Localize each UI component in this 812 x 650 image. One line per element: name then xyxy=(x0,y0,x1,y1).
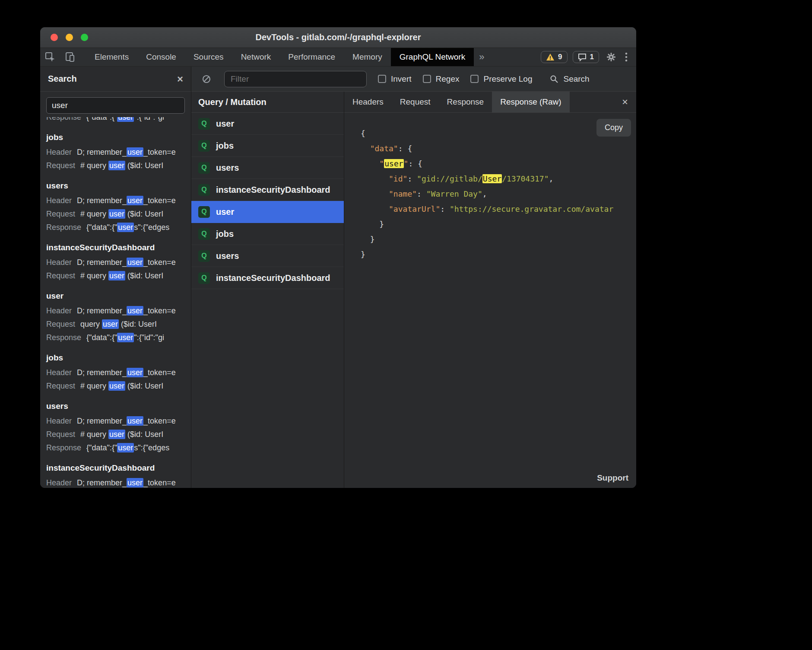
query-row[interactable]: QinstanceSecurityDashboard xyxy=(191,267,344,289)
tab-response[interactable]: Response xyxy=(439,92,492,112)
result-line-label: Header xyxy=(46,258,72,267)
clear-icon[interactable] xyxy=(200,74,213,84)
result-line-text: _token=e xyxy=(143,258,176,267)
tab-memory[interactable]: Memory xyxy=(344,48,391,66)
query-row[interactable]: Quser xyxy=(191,113,344,135)
query-row[interactable]: Qjobs xyxy=(191,223,344,245)
tab-request[interactable]: Request xyxy=(392,92,439,112)
search-result-line[interactable]: HeaderD; remember_user_token=e xyxy=(46,366,185,379)
query-row[interactable]: Quser xyxy=(191,201,344,223)
search-match-highlight: user xyxy=(102,319,119,329)
search-result-group: jobsHeaderD; remember_user_token=eReques… xyxy=(46,351,185,393)
preserve-log-checkbox[interactable]: Preserve Log xyxy=(470,74,532,84)
result-line-text: ($id: UserI xyxy=(125,271,163,280)
toolbar-search-button[interactable]: Search xyxy=(549,74,589,84)
query-row-label: instanceSecurityDashboard xyxy=(216,273,330,283)
search-match-highlight: user xyxy=(108,161,125,170)
search-result-line[interactable]: HeaderD; remember_user_token=e xyxy=(46,476,185,488)
search-result-title[interactable]: jobs xyxy=(46,351,185,364)
search-match-highlight: user xyxy=(127,478,143,488)
settings-gear-icon[interactable] xyxy=(604,52,618,62)
minimize-window-button[interactable] xyxy=(66,34,73,41)
devtools-body: Search × Response{"data":{"user":{"id":"… xyxy=(40,67,636,488)
tab-headers[interactable]: Headers xyxy=(344,92,392,112)
query-badge-icon: Q xyxy=(198,250,210,262)
search-result-line[interactable]: Request# query user ($id: UserI xyxy=(46,269,185,283)
search-result-line[interactable]: HeaderD; remember_user_token=e xyxy=(46,256,185,269)
warning-icon xyxy=(546,53,555,61)
query-row[interactable]: Qusers xyxy=(191,245,344,267)
search-result-line[interactable]: Requestquery user ($id: UserI xyxy=(46,318,185,331)
search-input[interactable] xyxy=(46,97,185,114)
close-detail-icon[interactable]: × xyxy=(614,92,636,112)
messages-badge[interactable]: 1 xyxy=(573,51,599,63)
checkbox-unchecked-icon xyxy=(423,75,431,83)
search-result-line[interactable]: HeaderD; remember_user_token=e xyxy=(46,414,185,428)
result-line-text: s":{"edges xyxy=(134,443,169,452)
issues-badge[interactable]: 9 xyxy=(541,51,567,63)
tab-performance[interactable]: Performance xyxy=(279,48,344,66)
search-result-title[interactable]: jobs xyxy=(46,131,185,144)
search-result-title[interactable]: user xyxy=(46,290,185,303)
checkbox-unchecked-icon xyxy=(378,75,386,83)
tab-network[interactable]: Network xyxy=(232,48,280,66)
regex-checkbox[interactable]: Regex xyxy=(423,74,460,84)
search-panel-title: Search xyxy=(48,74,77,84)
more-tabs-icon[interactable]: » xyxy=(474,48,489,66)
tab-console[interactable]: Console xyxy=(137,48,185,66)
kebab-menu-icon[interactable] xyxy=(623,52,629,62)
invert-label: Invert xyxy=(391,74,412,84)
search-result-line[interactable]: Response{"data":{"user":{"id":"gi xyxy=(46,117,185,124)
search-result-line[interactable]: Request# query user ($id: UserI xyxy=(46,428,185,441)
query-badge-icon: Q xyxy=(198,118,210,130)
query-row-label: jobs xyxy=(216,141,234,151)
invert-checkbox[interactable]: Invert xyxy=(378,74,412,84)
search-result-group: Response{"data":{"user":{"id":"gi xyxy=(46,117,185,124)
support-link[interactable]: Support xyxy=(597,473,628,483)
search-result-line[interactable]: Request# query user ($id: UserI xyxy=(46,379,185,393)
messages-count: 1 xyxy=(590,53,594,61)
search-result-title[interactable]: instanceSecurityDashboard xyxy=(46,241,185,254)
tab-sources[interactable]: Sources xyxy=(185,48,232,66)
result-line-text: ($id: UserI xyxy=(125,382,163,390)
result-line-label: Header xyxy=(46,306,72,315)
filter-input[interactable] xyxy=(224,71,367,87)
close-window-button[interactable] xyxy=(51,34,58,41)
result-line-text: D; remember_ xyxy=(77,148,127,156)
search-result-line[interactable]: Request# query user ($id: UserI xyxy=(46,159,185,172)
close-search-icon[interactable]: × xyxy=(177,74,183,84)
result-line-text: {"data":{" xyxy=(86,223,117,232)
search-results: Response{"data":{"user":{"id":"gijobsHea… xyxy=(40,117,191,488)
search-result-line[interactable]: Request# query user ($id: UserI xyxy=(46,207,185,221)
search-result-line[interactable]: HeaderD; remember_user_token=e xyxy=(46,146,185,159)
result-line-label: Request xyxy=(46,271,75,280)
result-line-text: _token=e xyxy=(143,148,176,156)
result-line-text: D; remember_ xyxy=(77,368,127,377)
device-toolbar-icon[interactable] xyxy=(60,48,80,66)
search-result-line[interactable]: Response{"data":{"users":{"edges xyxy=(46,441,185,455)
result-line-text: ($id: UserI xyxy=(125,210,163,218)
zoom-window-button[interactable] xyxy=(81,34,88,41)
result-line-label: Header xyxy=(46,368,72,377)
search-result-line[interactable]: HeaderD; remember_user_token=e xyxy=(46,194,185,207)
query-row-label: instanceSecurityDashboard xyxy=(216,185,330,195)
search-match-highlight: user xyxy=(108,271,125,280)
tab-response-raw[interactable]: Response (Raw) xyxy=(492,92,570,112)
query-row[interactable]: Qjobs xyxy=(191,135,344,157)
search-result-line[interactable]: Response{"data":{"user":{"id":"gi xyxy=(46,331,185,344)
tab-elements[interactable]: Elements xyxy=(86,48,137,66)
inspect-icon[interactable] xyxy=(40,48,60,66)
result-line-label: Response xyxy=(46,333,81,342)
copy-button[interactable]: Copy xyxy=(596,119,631,137)
search-match-highlight: user xyxy=(127,306,143,315)
search-result-line[interactable]: Response{"data":{"users":{"edges xyxy=(46,221,185,234)
tab-graphql-network[interactable]: GraphQL Network xyxy=(391,48,474,66)
query-row[interactable]: Qusers xyxy=(191,157,344,179)
search-result-title[interactable]: instanceSecurityDashboard xyxy=(46,462,185,475)
query-row[interactable]: QinstanceSecurityDashboard xyxy=(191,179,344,201)
search-result-title[interactable]: users xyxy=(46,179,185,192)
search-match-highlight: user xyxy=(108,209,125,219)
search-result-line[interactable]: HeaderD; remember_user_token=e xyxy=(46,304,185,318)
search-result-title[interactable]: users xyxy=(46,400,185,413)
result-line-label: Request xyxy=(46,430,75,439)
